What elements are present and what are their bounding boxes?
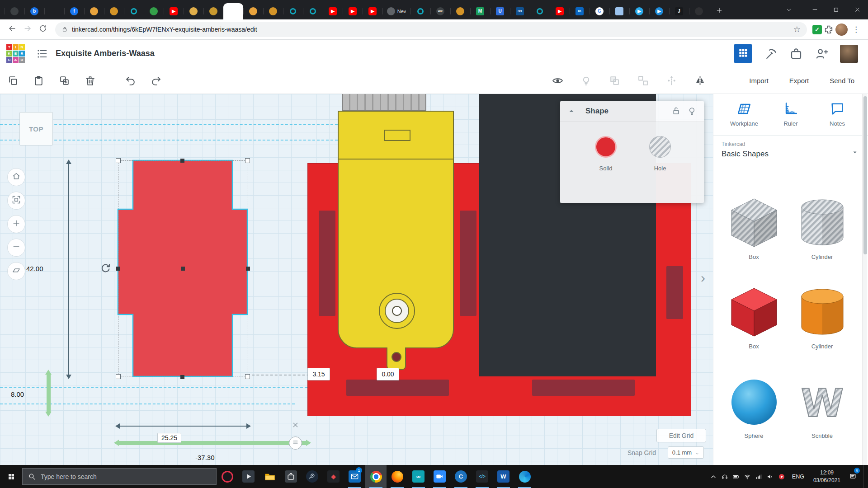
language-indicator[interactable]: ENG (788, 474, 809, 480)
align-button[interactable] (666, 75, 677, 86)
browser-tab[interactable] (144, 3, 164, 19)
volume-icon[interactable] (764, 465, 776, 488)
taskbar-app-opera[interactable] (217, 465, 238, 488)
browser-tab[interactable] (303, 3, 323, 19)
resize-handle[interactable] (246, 267, 250, 271)
send-to-button[interactable]: Send To (830, 77, 854, 84)
shape-item-box[interactable]: Box (722, 286, 786, 350)
browser-tab[interactable]: G (590, 3, 609, 19)
browser-tab[interactable] (263, 3, 283, 19)
mirror-button[interactable] (694, 75, 706, 86)
taskbar-app-chrome[interactable] (365, 465, 387, 488)
browser-tab[interactable]: J (669, 3, 689, 19)
panel-tool-ruler[interactable]: Ruler (772, 101, 810, 127)
tab-search-caret-icon[interactable] (780, 0, 798, 19)
export-button[interactable]: Export (789, 77, 809, 84)
clock[interactable]: 12:09 03/06/2021 (809, 469, 845, 483)
browser-tab[interactable] (609, 3, 629, 19)
scale-handle[interactable] (245, 158, 250, 163)
solid-option[interactable]: Solid (581, 136, 631, 172)
browser-tab[interactable] (530, 3, 550, 19)
solid-swatch[interactable] (595, 136, 617, 158)
delete-button[interactable] (85, 75, 96, 86)
paste-button[interactable] (33, 75, 44, 86)
taskbar-app-microsoft-store[interactable] (280, 465, 302, 488)
wifi-icon[interactable] (742, 465, 753, 488)
scale-handle[interactable] (116, 374, 121, 379)
blocks-view-button[interactable] (734, 44, 752, 63)
omnibox[interactable]: tinkercad.com/things/6kEpW7fENxY-exquisi… (55, 22, 807, 37)
browser-tab[interactable]: ▶ (164, 3, 184, 19)
window-close-button[interactable] (847, 0, 868, 19)
ungroup-button[interactable] (637, 75, 649, 86)
group-button[interactable] (609, 75, 620, 86)
extension-adblock-icon[interactable]: ✓ (812, 25, 822, 34)
browser-tab[interactable] (283, 3, 303, 19)
taskbar-app-word[interactable]: W (493, 465, 514, 488)
taskbar-app-file-explorer[interactable] (259, 465, 280, 488)
taskbar-app-zoom[interactable] (429, 465, 450, 488)
resize-handle[interactable] (116, 267, 120, 271)
browser-tab[interactable]: ▶ (343, 3, 363, 19)
duplicate-button[interactable] (59, 75, 70, 86)
battery-icon[interactable] (731, 465, 742, 488)
fit-view-button[interactable] (7, 192, 25, 210)
browser-tab[interactable] (203, 3, 223, 19)
ruler-close-button[interactable] (292, 421, 299, 429)
panel-tool-notes[interactable]: Notes (818, 101, 856, 127)
browser-tab[interactable]: ▶ (649, 3, 669, 19)
shape-item-cylinder[interactable]: Cylinder (791, 197, 854, 260)
taskbar-app-dev-app[interactable]: </> (472, 465, 493, 488)
browser-tab[interactable] (104, 3, 124, 19)
headset-icon[interactable] (719, 465, 731, 488)
browser-tab[interactable] (223, 3, 243, 19)
extensions-puzzle-icon[interactable] (824, 24, 834, 34)
redo-button[interactable] (151, 75, 162, 86)
view-cube[interactable]: TOP (19, 112, 53, 145)
browser-tab[interactable]: ▶ (550, 3, 570, 19)
browser-tab[interactable]: we (430, 3, 450, 19)
taskbar-app-firefox[interactable] (387, 465, 408, 488)
browser-tab[interactable]: 3D (510, 3, 530, 19)
show-desktop-button[interactable] (863, 465, 866, 488)
shape-item-sphere[interactable]: Sphere (722, 376, 786, 439)
tray-status-icon[interactable] (779, 474, 784, 479)
action-center-button[interactable]: 9 (845, 465, 860, 488)
design-canvas[interactable]: 42.00 8.00 25.25 -37.30 3.15 0.00 TOP (0, 94, 713, 465)
taskbar-app-mail[interactable]: 1 (344, 465, 365, 488)
browser-tab[interactable]: ▶ (323, 3, 343, 19)
resize-handle[interactable] (180, 375, 184, 379)
site-lock-icon[interactable] (61, 26, 68, 33)
shape-item-scribble[interactable]: WScribble (791, 376, 854, 439)
panel-tool-workplane[interactable]: Workplane (725, 101, 763, 127)
browser-tab[interactable] (243, 3, 263, 19)
dimension-height-value[interactable]: 42.00 (26, 265, 43, 272)
taskbar-app-media-player[interactable] (238, 465, 259, 488)
hole-swatch[interactable] (649, 136, 671, 158)
center-handle[interactable] (181, 267, 185, 271)
browser-tab[interactable]: b (24, 3, 44, 19)
bookmark-star-icon[interactable]: ☆ (793, 24, 801, 34)
home-view-button[interactable] (7, 168, 25, 186)
browser-menu-icon[interactable]: ⋮ (849, 25, 863, 34)
rotate-handle-icon[interactable] (99, 262, 112, 274)
browser-tab[interactable]: U (490, 3, 510, 19)
design-menu-icon[interactable] (36, 47, 48, 60)
design-title[interactable]: Exquisite Amberis-Waasa (56, 49, 155, 58)
ruler-distance-field[interactable]: 3.15 (307, 368, 330, 380)
taskbar-app-audio-app[interactable]: ◆ (323, 465, 344, 488)
show-all-button[interactable] (552, 75, 563, 86)
browser-tab[interactable]: f (64, 3, 84, 19)
undo-button[interactable] (125, 75, 136, 86)
shape-category-dropdown[interactable]: Tinkercad Basic Shapes (713, 135, 868, 165)
lock-icon[interactable] (671, 106, 681, 116)
perspective-button[interactable] (7, 262, 25, 280)
bricks-export-icon[interactable] (789, 47, 803, 61)
scale-handle[interactable] (245, 374, 250, 379)
taskbar-app-edge[interactable] (514, 465, 535, 488)
panel-scrollbar[interactable] (862, 94, 867, 465)
resize-handle[interactable] (180, 159, 184, 163)
reload-button[interactable] (36, 23, 50, 36)
panel-collapse-chevron[interactable]: › (701, 271, 705, 285)
user-avatar[interactable] (840, 45, 858, 63)
